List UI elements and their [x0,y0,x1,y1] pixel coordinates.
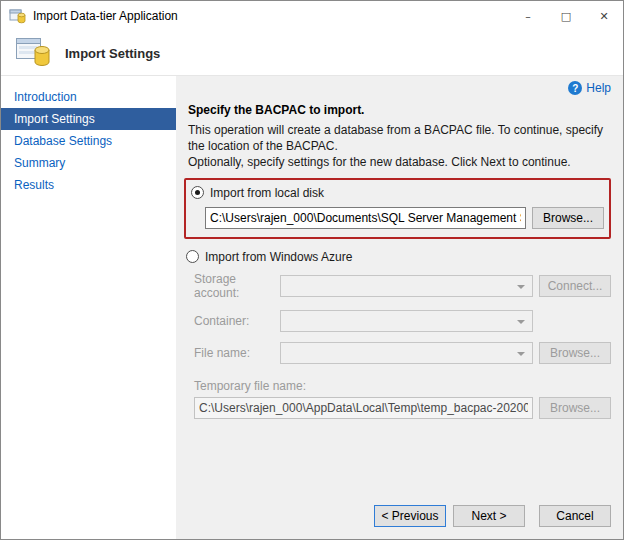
import-data-tier-icon [15,35,53,71]
wizard-footer: < Previous Next > Cancel [186,497,611,529]
chevron-down-icon [517,320,525,324]
bacpac-path-row: Browse... [205,207,604,229]
radio-selected-icon [191,186,204,199]
sidebar-item-import-settings[interactable]: Import Settings [1,108,176,130]
temporary-file-row: Browse... [194,397,611,419]
file-name-label: File name: [194,346,274,360]
temporary-file-input [194,397,533,419]
close-button[interactable]: ✕ [585,1,623,31]
titlebar: Import Data-tier Application – □ ✕ [1,1,623,31]
import-local-disk-label: Import from local disk [210,186,324,200]
azure-browse-button: Browse... [539,342,611,364]
container-row: Container: [194,310,611,332]
storage-account-row: Storage account: Connect... [194,272,611,300]
window-title: Import Data-tier Application [33,9,178,23]
temporary-file-name-label: Temporary file name: [194,379,611,393]
page-title: Import Settings [65,46,160,61]
bacpac-path-input[interactable] [205,207,526,229]
minimize-button[interactable]: – [509,1,547,31]
sidebar-item-database-settings[interactable]: Database Settings [1,130,176,152]
import-azure-label: Import from Windows Azure [205,250,352,264]
cancel-button[interactable]: Cancel [539,505,611,527]
maximize-button[interactable]: □ [547,1,585,31]
container-select [280,310,533,332]
annotation-highlight-box: Import from local disk Browse... [184,178,611,239]
connect-button: Connect... [539,275,611,297]
chevron-down-icon [517,352,525,356]
sidebar-item-summary[interactable]: Summary [1,152,176,174]
page-heading: Specify the BACPAC to import. [188,103,611,117]
import-settings-page: ? Help Specify the BACPAC to import. Thi… [176,76,623,539]
wizard-header: Import Settings [1,31,623,75]
import-azure-radio[interactable]: Import from Windows Azure [186,247,611,267]
chevron-down-icon [517,285,525,289]
file-name-select [280,342,533,364]
page-description-line1: This operation will create a database fr… [188,122,611,154]
storage-account-label: Storage account: [194,272,274,300]
wizard-nav: Introduction Import Settings Database Se… [1,76,176,539]
next-button[interactable]: Next > [453,505,525,527]
page-description-line2: Optionally, specify settings for the new… [188,154,611,170]
help-link[interactable]: ? Help [568,81,611,95]
file-name-row: File name: Browse... [194,342,611,364]
sidebar-item-results[interactable]: Results [1,174,176,196]
help-row: ? Help [186,81,611,95]
help-label: Help [586,81,611,95]
local-browse-button[interactable]: Browse... [532,207,604,229]
app-icon [9,7,27,25]
help-icon: ? [568,81,582,95]
container-label: Container: [194,314,274,328]
sidebar-item-introduction[interactable]: Introduction [1,86,176,108]
radio-unselected-icon [186,250,199,263]
import-local-disk-radio[interactable]: Import from local disk [191,183,604,203]
storage-account-select [280,275,533,297]
temporary-browse-button: Browse... [539,397,611,419]
window-controls: – □ ✕ [509,1,623,31]
previous-button[interactable]: < Previous [374,505,446,527]
wizard-body: Introduction Import Settings Database Se… [1,75,623,539]
import-data-tier-application-window: Import Data-tier Application – □ ✕ Impor… [0,0,624,540]
